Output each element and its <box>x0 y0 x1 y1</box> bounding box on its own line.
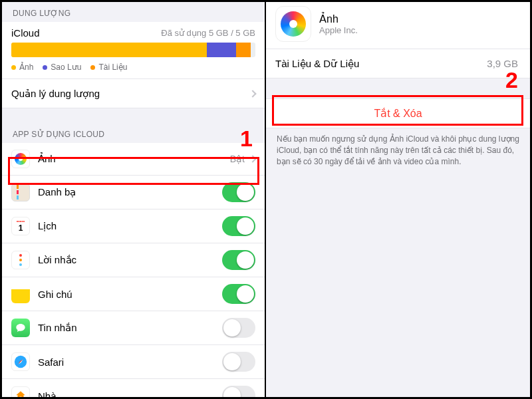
toggle-contacts[interactable] <box>222 182 255 202</box>
app-messages-label: Tin nhắn <box>38 322 222 334</box>
notes-icon <box>11 285 30 303</box>
toggle-reminders[interactable] <box>222 250 255 270</box>
chevron-right-icon <box>249 155 256 162</box>
documents-data-label: Tài Liệu & Dữ Liệu <box>275 58 487 70</box>
app-home-label: Nhà <box>38 390 222 398</box>
photos-icon <box>11 150 30 168</box>
storage-segment-backup <box>207 43 236 57</box>
app-detail-vendor: Apple Inc. <box>319 25 358 35</box>
storage-legend: Ảnh Sao Lưu Tài Liệu <box>2 63 265 79</box>
manage-storage-row[interactable]: Quản lý dung lượng <box>2 79 265 108</box>
app-row-photos[interactable]: Ảnh Bật <box>2 143 265 176</box>
icloud-label: iCloud <box>11 27 40 39</box>
storage-summary: iCloud Đã sử dụng 5 GB / 5 GB Ảnh Sao Lư… <box>2 22 265 79</box>
disable-delete-footer: Nếu bạn muốn ngưng sử dụng Ảnh iCloud và… <box>266 128 530 172</box>
app-contacts-label: Danh bạ <box>38 186 222 198</box>
app-reminders-label: Lời nhắc <box>38 254 222 266</box>
app-row-notes[interactable]: Ghi chú <box>2 277 265 311</box>
app-safari-label: Safari <box>38 356 222 368</box>
safari-icon <box>11 352 30 371</box>
toggle-calendar[interactable] <box>222 216 255 236</box>
storage-header: DUNG LƯỢNG <box>2 2 265 22</box>
storage-segment-docs <box>236 43 251 57</box>
pane-photos-detail: Ảnh Apple Inc. Tài Liệu & Dữ Liệu 3,9 GB… <box>266 2 530 397</box>
icloud-usage: Đã sử dụng 5 GB / 5 GB <box>161 28 255 38</box>
toggle-notes[interactable] <box>222 284 255 304</box>
toggle-safari[interactable] <box>222 352 255 372</box>
apps-using-icloud-header: APP SỬ DỤNG ICLOUD <box>2 123 265 143</box>
documents-data-size: 3,9 GB <box>487 58 518 69</box>
storage-segment-photos <box>11 43 207 57</box>
disable-delete-label: Tắt & Xóa <box>374 108 422 119</box>
manage-storage-label: Quản lý dung lượng <box>11 88 247 100</box>
toggle-messages[interactable] <box>222 318 255 338</box>
photos-icon <box>275 6 311 42</box>
toggle-home[interactable] <box>222 386 255 397</box>
documents-data-row: Tài Liệu & Dữ Liệu 3,9 GB <box>266 49 530 78</box>
legend-docs: Tài Liệu <box>98 63 127 72</box>
app-row-messages[interactable]: Tin nhắn <box>2 311 265 345</box>
app-row-reminders[interactable]: Lời nhắc <box>2 243 265 277</box>
app-row-calendar[interactable]: •••••1 Lịch <box>2 209 265 243</box>
contacts-icon <box>11 183 30 201</box>
legend-backup: Sao Lưu <box>51 63 81 72</box>
home-icon <box>11 386 30 397</box>
legend-dot-backup <box>43 65 47 70</box>
app-row-home[interactable]: Nhà <box>2 379 265 397</box>
chevron-right-icon <box>249 90 256 97</box>
legend-photos: Ảnh <box>19 63 33 72</box>
app-row-safari[interactable]: Safari <box>2 345 265 379</box>
app-photos-value: Bật <box>230 154 245 164</box>
storage-bar <box>11 43 255 57</box>
app-detail-header: Ảnh Apple Inc. <box>266 2 530 49</box>
tutorial-composite: DUNG LƯỢNG iCloud Đã sử dụng 5 GB / 5 GB… <box>0 0 532 399</box>
messages-icon <box>11 319 30 337</box>
app-detail-title: Ảnh <box>319 13 358 25</box>
pane-storage-settings: DUNG LƯỢNG iCloud Đã sử dụng 5 GB / 5 GB… <box>2 2 266 397</box>
app-calendar-label: Lịch <box>38 220 222 232</box>
app-row-contacts[interactable]: Danh bạ <box>2 176 265 209</box>
disable-and-delete-button[interactable]: Tắt & Xóa <box>266 98 530 128</box>
legend-dot-docs <box>90 65 95 70</box>
app-photos-label: Ảnh <box>38 153 230 165</box>
calendar-icon: •••••1 <box>11 217 30 235</box>
reminders-icon <box>11 251 30 269</box>
legend-dot-photos <box>11 65 16 70</box>
app-notes-label: Ghi chú <box>38 289 222 300</box>
